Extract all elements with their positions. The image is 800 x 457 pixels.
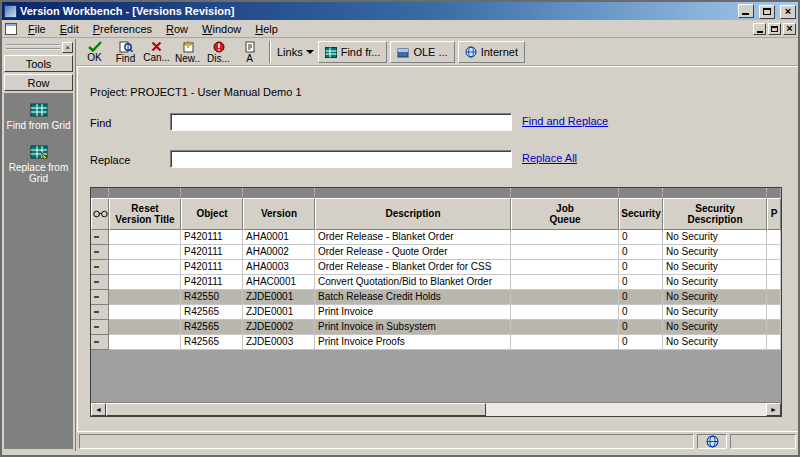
replace-all-link[interactable]: Replace All xyxy=(522,152,577,164)
table-row[interactable]: R42565ZJDE0002Print Invoice in Subsystem… xyxy=(91,320,781,335)
cell-reset-title[interactable] xyxy=(109,230,181,245)
palette-grip[interactable] xyxy=(6,44,60,50)
scroll-left-button[interactable]: ◄ xyxy=(91,403,106,416)
cell-reset-title[interactable] xyxy=(109,305,181,320)
table-row[interactable]: P420111AHA0001Order Release - Blanket Or… xyxy=(91,230,781,245)
cell-version[interactable]: AHA0002 xyxy=(243,245,315,260)
child-close-button[interactable]: × xyxy=(783,23,796,35)
find-button[interactable]: Find xyxy=(110,39,141,65)
cell-p[interactable] xyxy=(767,245,781,260)
cell-object[interactable]: R42565 xyxy=(181,305,243,320)
column-header-security-description[interactable]: Security Description xyxy=(663,198,767,230)
cell-version[interactable]: AHA0003 xyxy=(243,260,315,275)
table-row[interactable]: R42565ZJDE0003Print Invoice Proofs0No Se… xyxy=(91,335,781,350)
table-row[interactable]: R42550ZJDE0001Batch Release Credit Holds… xyxy=(91,290,781,305)
row-header-cell[interactable] xyxy=(91,230,109,245)
cell-reset-title[interactable] xyxy=(109,260,181,275)
cell-p[interactable] xyxy=(767,260,781,275)
cell-security[interactable]: 0 xyxy=(619,320,663,335)
cell-security-description[interactable]: No Security xyxy=(663,335,767,350)
sidebar-item-replace-from-grid[interactable]: Replace from Grid xyxy=(4,141,73,194)
attachments-button[interactable]: A xyxy=(234,39,265,65)
maximize-button[interactable] xyxy=(759,5,775,19)
cell-object[interactable]: R42550 xyxy=(181,290,243,305)
cell-p[interactable] xyxy=(767,230,781,245)
cell-security[interactable]: 0 xyxy=(619,260,663,275)
palette-close-button[interactable]: × xyxy=(62,42,73,53)
sidebar-tab-tools[interactable]: Tools xyxy=(4,55,73,72)
sidebar-tab-row[interactable]: Row xyxy=(4,74,73,91)
sidebar-item-find-from-grid[interactable]: Find from Grid xyxy=(4,99,73,141)
cell-description[interactable]: Batch Release Credit Holds xyxy=(315,290,511,305)
column-header-reset-version-title[interactable]: Reset Version Title xyxy=(109,198,181,230)
replace-input[interactable] xyxy=(170,150,512,168)
cell-p[interactable] xyxy=(767,320,781,335)
cell-job-queue[interactable] xyxy=(511,320,619,335)
cell-job-queue[interactable] xyxy=(511,275,619,290)
find-and-replace-link[interactable]: Find and Replace xyxy=(522,115,608,127)
cancel-button[interactable]: Can... xyxy=(141,39,172,65)
cell-job-queue[interactable] xyxy=(511,290,619,305)
cell-version[interactable]: ZJDE0003 xyxy=(243,335,315,350)
table-row[interactable]: P420111AHA0002Order Release - Quote Orde… xyxy=(91,245,781,260)
cell-description[interactable]: Print Invoice xyxy=(315,305,511,320)
internet-link-button[interactable]: Internet xyxy=(458,41,525,63)
cell-reset-title[interactable] xyxy=(109,290,181,305)
cell-object[interactable]: P420111 xyxy=(181,245,243,260)
mdi-child-icon[interactable] xyxy=(5,23,17,35)
row-header-cell[interactable] xyxy=(91,305,109,320)
column-header-description[interactable]: Description xyxy=(315,198,511,230)
cell-object[interactable]: P420111 xyxy=(181,230,243,245)
cell-version[interactable]: ZJDE0002 xyxy=(243,320,315,335)
cell-object[interactable]: R42565 xyxy=(181,335,243,350)
cell-description[interactable]: Convert Quotation/Bid to Blanket Order xyxy=(315,275,511,290)
cell-reset-title[interactable] xyxy=(109,320,181,335)
cell-security[interactable]: 0 xyxy=(619,305,663,320)
cell-job-queue[interactable] xyxy=(511,335,619,350)
cell-version[interactable]: ZJDE0001 xyxy=(243,290,315,305)
cell-security-description[interactable]: No Security xyxy=(663,245,767,260)
cell-security[interactable]: 0 xyxy=(619,335,663,350)
column-header-object[interactable]: Object xyxy=(181,198,243,230)
row-header-cell[interactable] xyxy=(91,335,109,350)
display-button[interactable]: Dis... xyxy=(203,39,234,65)
cell-security[interactable]: 0 xyxy=(619,230,663,245)
cell-description[interactable]: Order Release - Blanket Order xyxy=(315,230,511,245)
cell-p[interactable] xyxy=(767,305,781,320)
row-header-cell[interactable] xyxy=(91,245,109,260)
links-dropdown[interactable]: Links xyxy=(277,46,314,58)
row-header-cell[interactable] xyxy=(91,290,109,305)
grid-corner-cell[interactable] xyxy=(91,198,109,230)
minimize-button[interactable] xyxy=(738,4,754,18)
cell-version[interactable]: ZJDE0001 xyxy=(243,305,315,320)
scrollbar-thumb[interactable] xyxy=(106,403,486,416)
cell-version[interactable]: AHA0001 xyxy=(243,230,315,245)
cell-p[interactable] xyxy=(767,335,781,350)
row-header-cell[interactable] xyxy=(91,260,109,275)
menu-edit[interactable]: Edit xyxy=(53,22,86,36)
cell-reset-title[interactable] xyxy=(109,335,181,350)
cell-job-queue[interactable] xyxy=(511,245,619,260)
cell-description[interactable]: Print Invoice in Subsystem xyxy=(315,320,511,335)
ok-button[interactable]: OK xyxy=(79,39,110,65)
new-button[interactable]: New.. xyxy=(172,39,203,65)
menu-window[interactable]: Window xyxy=(195,22,248,36)
child-minimize-button[interactable] xyxy=(753,23,766,35)
column-header-version[interactable]: Version xyxy=(243,198,315,230)
scrollbar-track[interactable] xyxy=(486,403,767,416)
find-from-link-button[interactable]: Find fr... xyxy=(318,41,388,63)
column-header-security[interactable]: Security xyxy=(619,198,663,230)
cell-reset-title[interactable] xyxy=(109,275,181,290)
cell-object[interactable]: P420111 xyxy=(181,260,243,275)
cell-version[interactable]: AHAC0001 xyxy=(243,275,315,290)
cell-security[interactable]: 0 xyxy=(619,245,663,260)
table-row[interactable]: P420111AHA0003Order Release - Blanket Or… xyxy=(91,260,781,275)
cell-object[interactable]: R42565 xyxy=(181,320,243,335)
find-input[interactable] xyxy=(170,113,512,131)
grid-horizontal-scrollbar[interactable]: ◄ ► xyxy=(91,402,781,416)
column-header-p[interactable]: P xyxy=(767,198,781,230)
cell-description[interactable]: Order Release - Quote Order xyxy=(315,245,511,260)
cell-p[interactable] xyxy=(767,290,781,305)
cell-description[interactable]: Order Release - Blanket Order for CSS xyxy=(315,260,511,275)
cell-object[interactable]: P420111 xyxy=(181,275,243,290)
